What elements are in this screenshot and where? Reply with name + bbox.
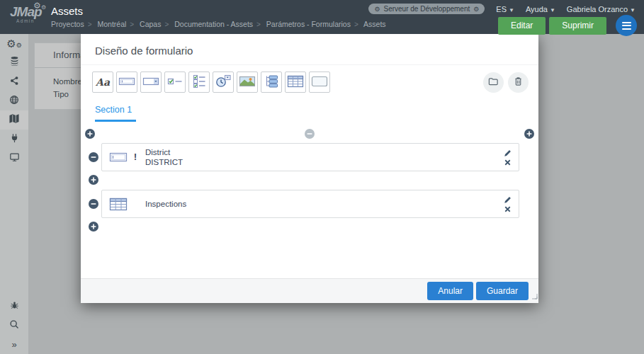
breadcrumb-item[interactable]: Capas [140, 20, 161, 28]
language-label: ES [496, 5, 507, 13]
breadcrumb: Proyectos> Montréal> Capas> Documentatio… [51, 20, 386, 28]
chevron-down-icon: ▼ [550, 7, 555, 13]
add-checkbox-button[interactable] [164, 72, 186, 93]
tab-section-1[interactable]: Section 1 [95, 105, 136, 122]
remove-column-button[interactable] [305, 129, 315, 139]
checkbox-group-icon [191, 74, 208, 91]
element-label: District [145, 147, 504, 158]
add-row-left-button[interactable] [85, 129, 95, 139]
plus-circle-icon [89, 175, 98, 185]
breadcrumb-item[interactable]: Documentation - Assets [174, 20, 253, 28]
edit-element-button[interactable] [504, 196, 512, 204]
checkbox-icon [166, 74, 183, 91]
panel-icon [311, 74, 328, 91]
folder-icon [488, 76, 499, 88]
resize-handle[interactable] [531, 290, 538, 302]
save-button[interactable]: Guardar [476, 282, 529, 300]
element-label: Inspections [145, 199, 504, 210]
form-elements-toolbar: Aa [81, 65, 538, 98]
user-name: Gabriela Orzanco [567, 5, 628, 13]
jmap-logo-subtext: Admin [16, 18, 47, 23]
minus-circle-icon [89, 199, 98, 209]
date-picker-icon [215, 74, 232, 91]
chevron-down-icon: ▼ [509, 7, 514, 13]
element-labels: District DISTRICT [145, 147, 504, 168]
remove-row-button[interactable] [89, 199, 98, 209]
add-image-button[interactable] [237, 72, 258, 93]
form-design-dialog: Diseño de formulario Aa [81, 34, 538, 303]
add-panel-button[interactable] [309, 72, 330, 93]
server-badge-label: Serveur de Développement [384, 5, 470, 13]
section-controls-row [85, 122, 534, 140]
delete-element-button[interactable] [504, 159, 511, 166]
form-element-row: ! District DISTRICT [85, 143, 534, 171]
language-menu[interactable]: ES▼ [496, 5, 514, 13]
remove-row-button[interactable] [89, 152, 98, 162]
breadcrumb-item[interactable]: Proyectos [51, 20, 84, 28]
element-labels: Inspections [145, 199, 504, 210]
delete-form-button[interactable] [508, 72, 529, 93]
page-title: Assets [51, 5, 83, 17]
resize-grip-icon [531, 293, 538, 299]
add-date-picker-button[interactable] [213, 72, 234, 93]
form-element-row: Inspections [85, 190, 534, 218]
dialog-footer: Anular Guardar [81, 278, 538, 303]
add-checkbox-group-button[interactable] [188, 72, 210, 93]
topbar: JMap ⚙ ⚙ Admin Assets Proyectos> Montréa… [0, 0, 644, 34]
pencil-icon [504, 149, 512, 157]
edit-element-button[interactable] [504, 149, 512, 157]
jmap-logo[interactable]: JMap ⚙ ⚙ Admin [10, 4, 47, 23]
form-element-inspections[interactable]: Inspections [101, 190, 519, 218]
text-input-icon [109, 152, 128, 163]
breadcrumb-item[interactable]: Parámetros - Formularios [266, 20, 351, 28]
breadcrumb-separator: > [354, 21, 358, 28]
add-tree-button[interactable] [261, 72, 282, 93]
server-badge[interactable]: ⚙ Serveur de Développement ⚙ [368, 4, 485, 14]
add-table-button[interactable] [285, 72, 306, 93]
delete-button[interactable]: Suprimir [549, 17, 606, 35]
breadcrumb-item[interactable]: Montréal [97, 20, 126, 28]
image-icon [239, 74, 256, 91]
table-icon [287, 74, 304, 91]
user-menu[interactable]: Gabriela Orzanco▼ [567, 5, 635, 13]
element-attribute: DISTRICT [145, 157, 504, 168]
topbar-actions: Editar Suprimir [498, 15, 637, 36]
cancel-button[interactable]: Anular [427, 282, 473, 300]
add-row-button[interactable] [89, 175, 98, 185]
section-tabs: Section 1 [81, 103, 538, 122]
close-icon [504, 206, 511, 212]
open-folder-button[interactable] [483, 72, 504, 93]
form-canvas: ! District DISTRICT [81, 122, 538, 234]
breadcrumb-separator: > [256, 21, 261, 28]
form-element-district[interactable]: ! District DISTRICT [101, 143, 519, 171]
required-mark: ! [134, 152, 145, 162]
minus-circle-icon [305, 129, 315, 139]
minus-circle-icon [89, 152, 98, 162]
pencil-icon [504, 196, 512, 204]
delete-element-button[interactable] [504, 206, 511, 212]
gear-icon: ⚙ [41, 4, 46, 11]
plus-circle-icon [85, 129, 95, 139]
table-icon [109, 198, 128, 211]
breadcrumb-separator: > [130, 21, 134, 28]
breadcrumb-separator: > [164, 21, 169, 28]
add-combo-box-button[interactable] [140, 72, 162, 93]
topbar-meta: ⚙ Serveur de Développement ⚙ ES▼ Ayuda▼ … [368, 4, 635, 14]
tree-icon [263, 74, 280, 91]
close-icon [504, 159, 511, 166]
add-column-right-button[interactable] [524, 129, 534, 139]
chevron-down-icon: ▼ [630, 7, 635, 13]
add-label-button[interactable]: Aa [92, 72, 113, 93]
combo-box-icon [142, 74, 159, 91]
plus-circle-icon [89, 222, 98, 232]
help-menu[interactable]: Ayuda▼ [526, 5, 555, 13]
hamburger-menu-button[interactable] [616, 15, 637, 36]
help-label: Ayuda [526, 5, 548, 13]
element-actions [504, 149, 512, 166]
add-text-input-button[interactable] [116, 72, 137, 93]
add-row-button[interactable] [89, 222, 98, 232]
dialog-title: Diseño de formulario [81, 34, 538, 65]
server-env-icon: ⚙ [473, 6, 479, 13]
edit-button[interactable]: Editar [498, 17, 546, 35]
text-input-icon [118, 74, 135, 91]
